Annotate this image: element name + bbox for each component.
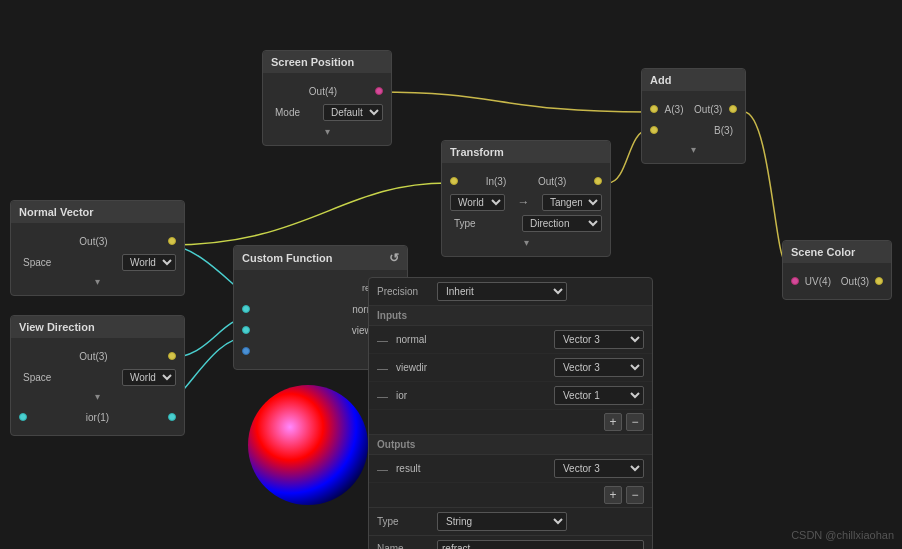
transform-title: Transform xyxy=(450,146,504,158)
ior-in-port[interactable] xyxy=(19,413,27,421)
output-result-type[interactable]: Vector 3 xyxy=(554,459,644,478)
normal-out-port[interactable] xyxy=(168,237,176,245)
transform-header: Transform xyxy=(442,141,610,163)
add-out-label: Out(3) xyxy=(694,104,722,115)
add-header: Add xyxy=(642,69,745,91)
view-space-select[interactable]: World xyxy=(122,369,176,386)
custom-function-header: Custom Function ↺ xyxy=(234,246,407,270)
inputs-add-btn[interactable]: + xyxy=(604,413,622,431)
add-a-label: A(3) xyxy=(665,104,684,115)
precision-label: Precision xyxy=(377,286,437,297)
name-row: Name xyxy=(369,536,652,549)
view-direction-title: View Direction xyxy=(19,321,95,333)
ior-out-port[interactable] xyxy=(168,413,176,421)
transform-from-select[interactable]: World xyxy=(450,194,505,211)
normal-vector-chevron[interactable]: ▾ xyxy=(19,274,176,289)
outputs-pm-row: + − xyxy=(369,483,652,508)
inputs-remove-btn[interactable]: − xyxy=(626,413,644,431)
add-a-port[interactable] xyxy=(650,105,658,113)
color-sphere xyxy=(248,385,368,505)
transform-out-port[interactable] xyxy=(594,177,602,185)
sp-mode-select[interactable]: Default xyxy=(323,104,383,121)
outputs-add-btn[interactable]: + xyxy=(604,486,622,504)
normal-vector-node: Normal Vector Out(3) Space World ▾ xyxy=(10,200,185,296)
cf-viewdir-port[interactable] xyxy=(242,326,250,334)
view-space-label: Space xyxy=(23,372,51,383)
transform-chevron[interactable]: ▾ xyxy=(450,235,602,250)
sc-uv-label: UV(4) xyxy=(805,276,831,287)
scene-color-node: Scene Color UV(4) Out(3) xyxy=(782,240,892,300)
input-normal-type[interactable]: Vector 3 xyxy=(554,330,644,349)
outputs-section: Outputs xyxy=(369,435,652,455)
watermark: CSDN @chillxiaohan xyxy=(791,529,894,541)
normal-vector-header: Normal Vector xyxy=(11,201,184,223)
inputs-pm-row: + − xyxy=(369,410,652,435)
transform-arrow: → xyxy=(518,195,530,209)
normal-out-label: Out(3) xyxy=(79,236,107,247)
input-ior-type[interactable]: Vector 1 xyxy=(554,386,644,405)
normal-vector-title: Normal Vector xyxy=(19,206,94,218)
view-direction-chevron[interactable]: ▾ xyxy=(19,389,176,404)
transform-to-select[interactable]: Tangent xyxy=(542,194,602,211)
transform-in-port[interactable] xyxy=(450,177,458,185)
transform-out-label: Out(3) xyxy=(538,176,566,187)
add-b-label: B(3) xyxy=(714,125,733,136)
custom-function-panel: Precision Inherit Inputs — normal Vector… xyxy=(368,277,653,549)
add-chevron[interactable]: ▾ xyxy=(650,142,737,157)
outputs-remove-btn[interactable]: − xyxy=(626,486,644,504)
scene-color-title: Scene Color xyxy=(791,246,855,258)
type-select[interactable]: String xyxy=(437,512,567,531)
transform-type-select[interactable]: Direction xyxy=(522,215,602,232)
add-out-port[interactable] xyxy=(729,105,737,113)
inputs-section: Inputs xyxy=(369,306,652,326)
cf-ior-port[interactable] xyxy=(242,347,250,355)
view-out-port[interactable] xyxy=(168,352,176,360)
sp-out-port[interactable] xyxy=(375,87,383,95)
view-out-label: Out(3) xyxy=(79,351,107,362)
ior-in-label: ior(1) xyxy=(86,412,109,423)
input-viewdir-row: — viewdir Vector 3 xyxy=(369,354,652,382)
input-viewdir-type[interactable]: Vector 3 xyxy=(554,358,644,377)
transform-type-label: Type xyxy=(454,218,476,229)
custom-function-title: Custom Function xyxy=(242,252,332,264)
input-normal-row: — normal Vector 3 xyxy=(369,326,652,354)
screen-position-header: Screen Position xyxy=(263,51,391,73)
normal-space-select[interactable]: World xyxy=(122,254,176,271)
view-direction-node: View Direction Out(3) Space World ▾ ior(… xyxy=(10,315,185,436)
type-row: Type String xyxy=(369,508,652,536)
name-input[interactable] xyxy=(437,540,644,549)
precision-row: Precision Inherit xyxy=(369,278,652,306)
view-direction-header: View Direction xyxy=(11,316,184,338)
sp-chevron[interactable]: ▾ xyxy=(271,124,383,139)
cf-normal-port[interactable] xyxy=(242,305,250,313)
output-result-row: — result Vector 3 xyxy=(369,455,652,483)
input-ior-row: — ior Vector 1 xyxy=(369,382,652,410)
transform-in-label: In(3) xyxy=(486,176,507,187)
add-node: Add A(3) Out(3) B(3) ▾ xyxy=(641,68,746,164)
sc-out-label: Out(3) xyxy=(841,276,869,287)
screen-position-node: Screen Position Out(4) Mode Default ▾ xyxy=(262,50,392,146)
normal-space-label: Space xyxy=(23,257,51,268)
add-b-port[interactable] xyxy=(650,126,658,134)
add-title: Add xyxy=(650,74,671,86)
scene-color-header: Scene Color xyxy=(783,241,891,263)
type-label: Type xyxy=(377,516,437,527)
sp-out-label: Out(4) xyxy=(309,86,337,97)
sc-out-port[interactable] xyxy=(875,277,883,285)
sp-mode-label: Mode xyxy=(275,107,300,118)
precision-select[interactable]: Inherit xyxy=(437,282,567,301)
name-label: Name xyxy=(377,543,437,549)
sc-uv-port[interactable] xyxy=(791,277,799,285)
screen-position-title: Screen Position xyxy=(271,56,354,68)
transform-node: Transform In(3) Out(3) World → Tangent T… xyxy=(441,140,611,257)
custom-function-icon[interactable]: ↺ xyxy=(389,251,399,265)
